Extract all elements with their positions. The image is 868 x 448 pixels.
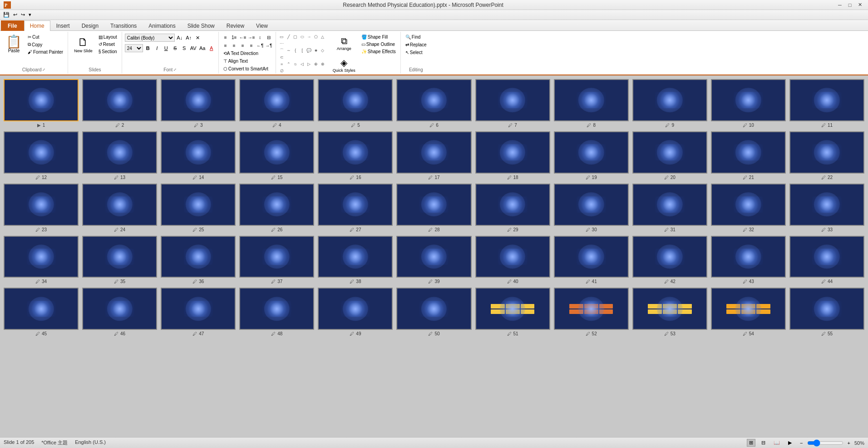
shape-chevron-btn[interactable]: ⌃: [286, 61, 292, 67]
clear-format-button[interactable]: ✕: [194, 34, 202, 42]
slide-thumb-19[interactable]: 🖊19: [554, 131, 629, 180]
shape-triangle-btn[interactable]: △: [320, 34, 326, 40]
rtl-button[interactable]: ←¶: [256, 42, 264, 49]
align-text-button[interactable]: ⊤ Align Text: [222, 58, 250, 65]
shape-curve-btn[interactable]: ∼: [286, 47, 292, 54]
slide-thumb-47[interactable]: 🖊47: [161, 288, 236, 336]
zoom-in-button[interactable]: +: [845, 439, 853, 447]
shape-right-arrow-btn[interactable]: →: [306, 34, 312, 40]
shape-rectangle-btn[interactable]: ▭: [279, 34, 285, 40]
slide-thumb-3[interactable]: 🖊3: [161, 79, 236, 128]
slide-thumb-37[interactable]: 🖊37: [239, 236, 314, 284]
increase-font-size-button[interactable]: A↑: [185, 34, 193, 42]
numbered-list-button[interactable]: 1≡: [230, 34, 238, 41]
slide-thumb-53[interactable]: 🖊53: [632, 288, 707, 336]
slide-thumb-7[interactable]: 🖊7: [475, 79, 550, 128]
slide-thumb-38[interactable]: 🖊38: [318, 236, 393, 284]
format-painter-button[interactable]: 🖌 Format Painter: [26, 49, 65, 55]
slide-thumb-35[interactable]: 🖊35: [82, 236, 157, 284]
slide-thumb-33[interactable]: 🖊33: [789, 184, 864, 232]
slide-thumb-27[interactable]: 🖊27: [318, 184, 393, 232]
shape-extra3-btn[interactable]: ⊕: [313, 61, 319, 67]
slide-thumb-51[interactable]: 🖊51: [475, 288, 550, 336]
qa-undo-button[interactable]: ↩: [12, 11, 19, 18]
copy-button[interactable]: ⧉ Copy: [26, 41, 65, 48]
qa-customize-button[interactable]: ▾: [27, 11, 33, 18]
slide-thumb-36[interactable]: 🖊36: [161, 236, 236, 284]
bullet-list-button[interactable]: ≡: [222, 34, 230, 41]
slide-thumb-30[interactable]: 🖊30: [554, 184, 629, 232]
shape-extra2-btn[interactable]: ▷: [306, 61, 312, 67]
font-size-select[interactable]: 24: [125, 44, 143, 52]
slide-thumb-25[interactable]: 🖊25: [161, 184, 236, 232]
arrange-button[interactable]: ⧉ Arrange: [330, 34, 359, 53]
new-slide-button[interactable]: 🗋 New Slide: [71, 34, 96, 55]
reading-view-button[interactable]: 📖: [771, 439, 782, 447]
tab-slideshow[interactable]: Slide Show: [182, 20, 221, 31]
paste-button[interactable]: 📋 Paste: [3, 34, 25, 55]
slide-thumb-18[interactable]: 🖊18: [475, 131, 550, 180]
shape-extra4-btn[interactable]: ⊗: [320, 61, 326, 67]
slide-thumb-24[interactable]: 🖊24: [82, 184, 157, 232]
font-expand-icon[interactable]: ⤢: [173, 68, 177, 72]
slide-thumb-28[interactable]: 🖊28: [396, 184, 471, 232]
zoom-slider[interactable]: [807, 439, 843, 447]
slide-thumb-1[interactable]: ▶1: [4, 79, 79, 128]
slide-thumb-11[interactable]: 🖊11: [789, 79, 864, 128]
find-button[interactable]: 🔍 Find: [404, 34, 422, 40]
select-button[interactable]: ↖ Select: [404, 49, 424, 56]
font-color-button[interactable]: A: [207, 44, 216, 52]
slide-sorter-button[interactable]: ⊟: [759, 439, 768, 447]
increase-indent-button[interactable]: →≡: [247, 34, 256, 41]
minimize-button[interactable]: ─: [835, 1, 844, 9]
slide-thumb-8[interactable]: 🖊8: [554, 79, 629, 128]
slide-thumb-6[interactable]: 🖊6: [396, 79, 471, 128]
slide-thumb-49[interactable]: 🖊49: [318, 288, 393, 336]
tab-transitions[interactable]: Transitions: [104, 20, 143, 31]
tab-review[interactable]: Review: [221, 20, 250, 31]
strikethrough-button[interactable]: S: [171, 44, 179, 52]
shape-brace-btn[interactable]: {: [292, 47, 299, 54]
decrease-font-size-button[interactable]: A↓: [176, 34, 184, 42]
slide-thumb-23[interactable]: 🖊23: [4, 184, 79, 232]
slideshow-button[interactable]: ▶: [786, 439, 794, 447]
align-right-button[interactable]: ≡: [239, 42, 247, 49]
close-button[interactable]: ✕: [855, 1, 864, 9]
shape-line-btn[interactable]: ╱: [286, 34, 292, 40]
slide-thumb-32[interactable]: 🖊32: [711, 184, 786, 232]
tab-animations[interactable]: Animations: [143, 20, 181, 31]
slide-thumb-45[interactable]: 🖊45: [4, 288, 79, 336]
zoom-out-button[interactable]: −: [798, 439, 805, 447]
slide-thumb-13[interactable]: 🖊13: [82, 131, 157, 180]
slide-thumb-2[interactable]: 🖊2: [82, 79, 157, 128]
shape-eq-btn[interactable]: =: [279, 61, 285, 67]
shape-outline-button[interactable]: ▭ Shape Outline: [360, 41, 398, 48]
shape-effects-button[interactable]: ✨ Shape Effects: [360, 48, 398, 55]
shape-fill-button[interactable]: 🪣 Shape Fill: [360, 34, 398, 40]
decrease-indent-button[interactable]: ←≡: [239, 34, 247, 41]
slide-thumb-42[interactable]: 🖊42: [632, 236, 707, 284]
slide-thumb-10[interactable]: 🖊10: [711, 79, 786, 128]
qa-redo-button[interactable]: ↪: [20, 11, 26, 18]
tab-design[interactable]: Design: [76, 20, 104, 31]
slide-thumb-46[interactable]: 🖊46: [82, 288, 157, 336]
slide-thumb-41[interactable]: 🖊41: [554, 236, 629, 284]
slide-thumb-17[interactable]: 🖊17: [396, 131, 471, 180]
align-center-button[interactable]: ≡: [230, 42, 238, 49]
bold-button[interactable]: B: [144, 44, 152, 52]
columns-button[interactable]: ⊟: [265, 34, 273, 41]
line-spacing-button[interactable]: ↕: [256, 34, 264, 41]
shape-arc-btn[interactable]: ⌒: [279, 47, 285, 54]
cut-button[interactable]: ✂ Cut: [26, 34, 65, 40]
slide-thumb-55[interactable]: 🖊55: [789, 288, 864, 336]
reset-button[interactable]: ↺ Reset: [97, 41, 119, 48]
normal-view-button[interactable]: ⊞: [747, 439, 755, 447]
shape-bracket-btn[interactable]: [: [299, 47, 306, 54]
replace-button[interactable]: ⇄ Replace: [404, 41, 429, 48]
char-spacing-button[interactable]: AV: [189, 44, 197, 52]
slide-thumb-39[interactable]: 🖊39: [396, 236, 471, 284]
shape-oval-btn[interactable]: ⬭: [299, 34, 306, 40]
qa-save-button[interactable]: 💾: [2, 11, 11, 18]
maximize-button[interactable]: □: [845, 1, 854, 9]
slide-thumb-9[interactable]: 🖊9: [632, 79, 707, 128]
